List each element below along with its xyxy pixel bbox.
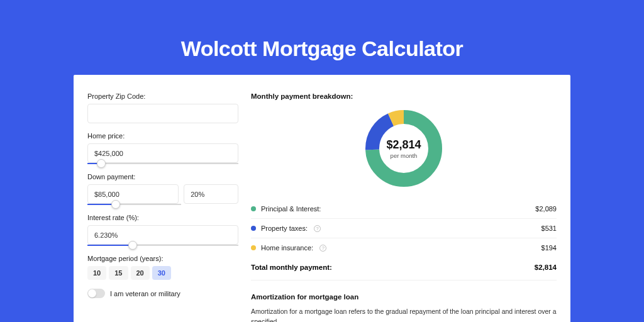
zip-label: Property Zip Code: [87,92,238,100]
mortgage-period-label: Mortgage period (years): [87,255,238,262]
home-price-input[interactable] [87,143,238,163]
legend-value: $194 [541,244,557,252]
breakdown-heading: Monthly payment breakdown: [251,92,557,100]
breakdown-column: Monthly payment breakdown: $2,814 per mo… [245,92,557,322]
veteran-toggle-row: I am veteran or military [87,289,238,298]
donut-sublabel: per month [391,152,418,159]
legend-dot-icon [251,226,256,231]
zip-input[interactable] [87,104,238,123]
period-btn-20[interactable]: 20 [131,266,150,280]
interest-rate-slider[interactable] [87,245,238,246]
interest-rate-field: Interest rate (%): [87,214,238,246]
zip-field: Property Zip Code: [87,92,238,123]
period-btn-15[interactable]: 15 [109,266,128,280]
legend-row: Home insurance:?$194 [251,238,557,257]
period-btn-30[interactable]: 30 [152,266,171,280]
home-price-slider[interactable] [87,163,238,164]
interest-rate-slider-thumb[interactable] [128,241,137,250]
down-payment-percent-input[interactable] [184,184,238,204]
down-payment-slider-thumb[interactable] [111,200,120,209]
page-title: Wolcott Mortgage Calculator [0,0,644,75]
home-price-field: Home price: [87,132,238,164]
veteran-label: I am veteran or military [110,290,180,297]
legend-label: Property taxes: [261,225,308,232]
down-payment-amount-input[interactable] [87,184,179,204]
total-value: $2,814 [535,264,557,271]
legend-dot-icon [251,206,256,211]
donut-chart: $2,814 per month [364,109,443,188]
form-column: Property Zip Code: Home price: Down paym… [87,92,245,322]
down-payment-field: Down payment: [87,173,238,205]
mortgage-period-field: Mortgage period (years): 10152030 [87,255,238,280]
down-payment-label: Down payment: [87,173,238,180]
legend-value: $2,089 [535,205,557,213]
amortization-text: Amortization for a mortgage loan refers … [251,307,557,322]
toggle-knob [88,289,96,297]
legend-label: Principal & Interest: [261,205,321,213]
legend-row: Property taxes:?$531 [251,219,557,238]
info-icon[interactable]: ? [319,245,326,252]
total-row: Total monthly payment: $2,814 [251,257,557,280]
legend-dot-icon [251,245,256,250]
down-payment-slider[interactable] [87,204,181,205]
amortization-heading: Amortization for mortgage loan [251,293,557,301]
period-btn-10[interactable]: 10 [87,266,106,280]
total-label: Total monthly payment: [251,264,332,271]
calculator-panel: Property Zip Code: Home price: Down paym… [74,75,570,322]
donut-amount: $2,814 [386,138,421,152]
donut-chart-wrap: $2,814 per month [251,109,557,188]
veteran-toggle[interactable] [87,289,105,298]
legend-value: $531 [541,225,557,232]
home-price-label: Home price: [87,132,238,140]
home-price-slider-thumb[interactable] [97,159,106,168]
interest-rate-input[interactable] [87,225,238,245]
legend-label: Home insurance: [261,244,313,252]
legend-row: Principal & Interest:$2,089 [251,199,557,219]
interest-rate-label: Interest rate (%): [87,214,238,221]
info-icon[interactable]: ? [314,225,321,232]
